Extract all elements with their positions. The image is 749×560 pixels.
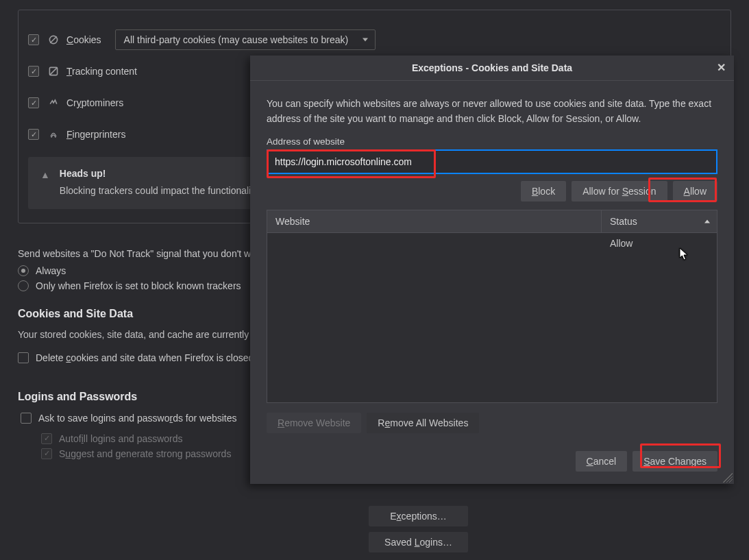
- dnt-always-label: Always: [36, 265, 66, 276]
- cookies-checkbox[interactable]: [28, 34, 39, 45]
- cookies-label: CCookiesookies: [66, 34, 101, 45]
- th-status[interactable]: Status: [602, 210, 717, 232]
- fingerprint-checkbox[interactable]: [28, 129, 39, 140]
- crypto-checkbox[interactable]: [28, 97, 39, 108]
- address-input[interactable]: [267, 149, 717, 174]
- autofill-label: Autofill logins and passwords: [59, 433, 183, 444]
- ask-save-label: Ask to save logins and passwords for web…: [38, 413, 237, 424]
- allow-session-button[interactable]: Allow for Session: [572, 181, 667, 202]
- cancel-button[interactable]: Cancel: [576, 451, 628, 472]
- save-changes-button[interactable]: Save Changes: [633, 451, 717, 472]
- delete-on-close-checkbox[interactable]: [18, 352, 29, 363]
- th-website[interactable]: Website: [267, 210, 602, 232]
- block-button[interactable]: Block: [521, 181, 566, 202]
- row-website: [267, 233, 602, 254]
- exceptions-button[interactable]: Exceptions…: [369, 506, 468, 526]
- autofill-checkbox: [41, 433, 52, 444]
- address-label: Address of website: [267, 136, 717, 147]
- resize-handle[interactable]: [723, 473, 733, 483]
- exceptions-table[interactable]: Allow: [267, 233, 717, 403]
- suggest-checkbox: [41, 448, 52, 459]
- svg-line-3: [49, 67, 57, 75]
- crypto-icon: [47, 97, 60, 109]
- tracking-label: Tracking content: [66, 66, 137, 77]
- table-header: Website Status: [267, 210, 717, 233]
- dnt-only-label: Only when Firefox is set to block known …: [36, 280, 241, 291]
- close-icon[interactable]: ✕: [712, 58, 730, 76]
- row-status: Allow: [602, 233, 717, 254]
- ask-save-checkbox[interactable]: [21, 413, 32, 424]
- finger-label: Fingerprinters: [66, 129, 125, 140]
- svg-line-1: [50, 36, 57, 43]
- allow-button[interactable]: Allow: [673, 181, 717, 202]
- warning-icon: ▲: [40, 169, 50, 180]
- sort-up-icon: [704, 219, 710, 223]
- suggest-label: Suggest and generate strong passwords: [59, 448, 231, 459]
- saved-logins-button[interactable]: Saved Logins…: [369, 532, 468, 552]
- dialog-desc: You can specify which websites are alway…: [267, 96, 717, 127]
- remove-all-button[interactable]: Remove All Websites: [367, 413, 479, 433]
- tracking-checkbox[interactable]: [28, 66, 39, 77]
- delete-on-close-label: Delete cookies and site data when Firefo…: [36, 352, 254, 363]
- dnt-always-radio[interactable]: [18, 265, 29, 276]
- cookies-policy-select[interactable]: All third-party cookies (may cause websi…: [115, 29, 376, 50]
- exceptions-dialog: Exceptions - Cookies and Site Data ✕ You…: [250, 56, 734, 484]
- tracking-icon: [47, 65, 60, 77]
- dialog-title: Exceptions - Cookies and Site Data ✕: [250, 56, 734, 81]
- table-row[interactable]: Allow: [267, 233, 717, 254]
- fingerprint-icon: [47, 128, 60, 141]
- crypto-label: Cryptominers: [66, 97, 123, 108]
- no-cookie-icon: [47, 34, 60, 46]
- remove-website-button: Remove Website: [267, 413, 361, 433]
- dnt-only-radio[interactable]: [18, 280, 29, 291]
